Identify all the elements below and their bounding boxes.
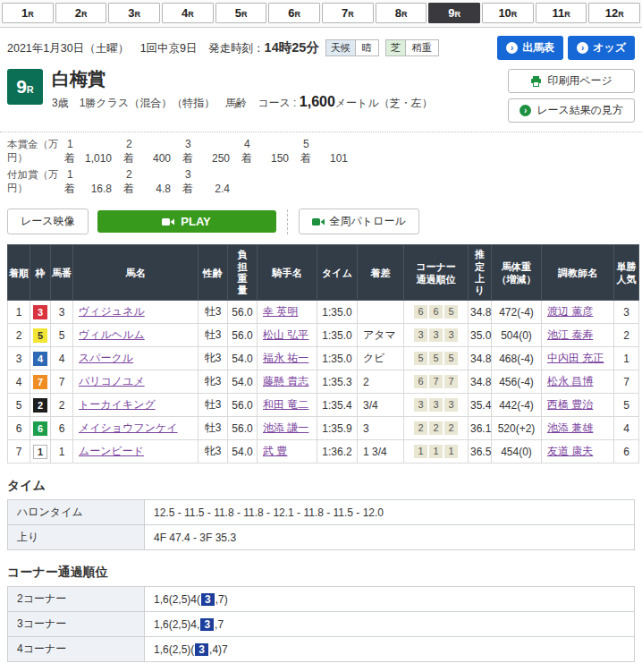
col-frame: 枠	[30, 245, 51, 301]
play-button[interactable]: PLAY	[97, 210, 276, 233]
finish-position: 6	[8, 417, 30, 440]
horse-name-link[interactable]: ヴィルヘルム	[79, 328, 145, 341]
odds-button[interactable]: ›オッズ	[568, 36, 635, 60]
trainer-link[interactable]: 松永 昌博	[547, 375, 593, 387]
corner-order-cell: 555	[404, 347, 469, 370]
results-guide-button[interactable]: ›レース結果の見方	[508, 98, 635, 123]
jockey-link[interactable]: 池添 謙一	[263, 421, 308, 434]
horse-name-cell: トーカイキング	[73, 394, 199, 417]
corner-pos: 1	[444, 445, 458, 458]
horse-name-link[interactable]: バリコノユメ	[79, 375, 145, 387]
prize-amount: 2.4	[199, 183, 230, 197]
race-tab[interactable]: 3R	[108, 3, 160, 23]
entry-table-button[interactable]: ›出馬表	[497, 36, 563, 60]
corner-order-cell: 333	[404, 324, 469, 347]
race-tab[interactable]: 7R	[322, 3, 374, 23]
race-tab[interactable]: 1R	[2, 3, 54, 23]
corner-pos: 6	[429, 305, 443, 319]
race-tab[interactable]: 2R	[55, 3, 107, 23]
last-3f: 35.0	[469, 324, 492, 347]
corner-pos: 5	[444, 352, 458, 365]
furlong-row: ハロンタイム 12.5 - 11.5 - 11.8 - 11.8 - 12.1 …	[8, 500, 635, 525]
corner-pos: 7	[444, 375, 458, 388]
corner-pos: 6	[414, 375, 427, 388]
corner-table: 2コーナー 1,6(2,5)4(3,7) 3コーナー 1,6(2,5)4,3,7…	[7, 586, 635, 662]
horse-name-link[interactable]: メイショウフンケイ	[79, 421, 178, 434]
corner-pos: 7	[429, 375, 443, 388]
horse-name-link[interactable]: ムーンビード	[79, 445, 144, 457]
frame-cell: 6	[30, 417, 51, 440]
jockey-cell: 池添 謙一	[258, 417, 317, 440]
trainer-link[interactable]: 友道 康夫	[547, 445, 593, 457]
trainer-link[interactable]: 西橋 豊治	[547, 398, 593, 411]
race-tab[interactable]: 4R	[162, 3, 214, 23]
prize-amount: 16.8	[81, 183, 112, 197]
jockey-link[interactable]: 武 豊	[263, 445, 287, 457]
last-3f: 34.8	[469, 370, 492, 394]
start-time-label: 発走時刻：	[208, 42, 265, 55]
last-label: 上り	[8, 525, 145, 550]
race-video-label: レース映像	[21, 214, 75, 229]
race-time: 1:35.0	[317, 324, 358, 347]
horse-name-link[interactable]: トーカイキング	[79, 398, 156, 411]
horse-number: 3	[51, 301, 73, 324]
race-video-button[interactable]: レース映像	[7, 208, 89, 234]
race-number-r: R	[27, 84, 34, 95]
course-suffix: メートル（芝・左）	[335, 97, 433, 109]
weather-label: 天候	[326, 40, 356, 55]
print-page-label: 印刷用ページ	[547, 73, 612, 89]
race-tab[interactable]: 8R	[376, 3, 427, 23]
prize-item: 3 着2.4	[182, 168, 241, 196]
finish-position: 2	[8, 324, 30, 347]
race-tab[interactable]: 11R	[536, 3, 587, 23]
win-favorite: 7	[614, 370, 639, 394]
margin	[358, 301, 404, 324]
col-finish-position: 着順	[8, 245, 30, 301]
furlong-times: 12.5 - 11.5 - 11.8 - 11.8 - 12.1 - 11.8 …	[145, 500, 635, 525]
jockey-link[interactable]: 和田 竜二	[263, 398, 308, 411]
race-tab-r: R	[295, 10, 301, 19]
race-tab[interactable]: 5R	[215, 3, 267, 23]
jockey-link[interactable]: 幸 英明	[263, 305, 298, 318]
race-tab[interactable]: 12R	[588, 3, 640, 23]
race-conditions-text: 3歳 1勝クラス（混合）（特指） 馬齢	[52, 97, 247, 109]
trainer-link[interactable]: 池江 泰寿	[547, 328, 593, 341]
results-guide-label: レース結果の見方	[536, 103, 623, 118]
col-body-weight: 馬体重 （増減）	[492, 245, 542, 301]
jockey-link[interactable]: 松山 弘平	[263, 328, 308, 341]
corner-section-title: コーナー通過順位	[7, 565, 635, 581]
corner-label: 3コーナー	[8, 612, 145, 637]
last-3f: 34.8	[469, 347, 492, 370]
printer-icon	[530, 76, 542, 87]
race-tab-r: R	[618, 10, 624, 19]
race-title: 白梅賞	[52, 69, 433, 89]
result-row: 4 7 7 バリコノユメ 牝3 54.0 藤懸 貴志 1:35.3 2 677 …	[8, 370, 639, 394]
carried-weight: 56.0	[228, 324, 258, 347]
trainer-link[interactable]: 渡辺 薫彦	[547, 305, 593, 318]
win-favorite: 1	[614, 347, 639, 370]
print-page-button[interactable]: 印刷用ページ	[508, 69, 635, 93]
horse-name-link[interactable]: スパークル	[79, 352, 133, 364]
horse-number: 1	[51, 440, 73, 464]
finish-position: 5	[8, 394, 30, 417]
horse-name-link[interactable]: ヴィジュネル	[79, 305, 145, 318]
patrol-video-button[interactable]: 全周パトロール	[299, 208, 419, 234]
body-weight: 468(-4)	[492, 347, 542, 370]
margin: 3/4	[358, 394, 404, 417]
jockey-link[interactable]: 福永 祐一	[263, 352, 308, 364]
col-horse-number: 馬番	[51, 245, 73, 301]
course-label: コース :	[258, 97, 300, 109]
race-tab[interactable]: 6R	[268, 3, 320, 23]
race-tab[interactable]: 10R	[482, 3, 534, 23]
horse-name-cell: メイショウフンケイ	[73, 417, 199, 440]
race-time: 1:35.0	[317, 347, 358, 370]
trainer-link[interactable]: 池添 兼雄	[547, 421, 593, 434]
arrow-circle-icon: ›	[577, 42, 588, 54]
corner-pos: 2	[429, 421, 443, 435]
trainer-link[interactable]: 中内田 充正	[547, 352, 604, 364]
race-tab[interactable]: 9R	[428, 3, 480, 23]
jockey-link[interactable]: 藤懸 貴志	[263, 375, 308, 387]
prize-rank-suffix: 着	[64, 152, 75, 166]
prize-amount: 400	[140, 152, 171, 166]
carried-weight: 56.0	[228, 417, 258, 440]
